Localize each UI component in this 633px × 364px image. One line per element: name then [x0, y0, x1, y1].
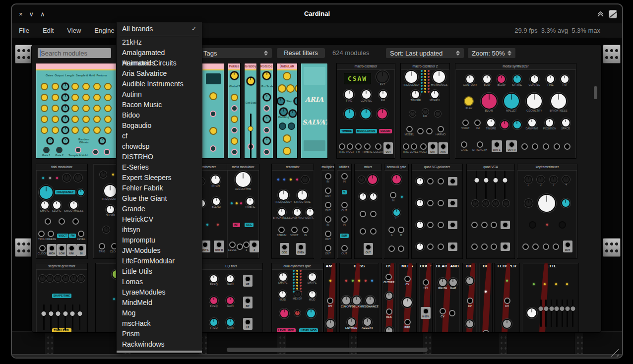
knob[interactable]: [263, 72, 270, 79]
module-n-ular[interactable]: ÛnÐuLaRX Step YPadding: [276, 63, 298, 159]
slider[interactable]: [485, 171, 487, 199]
button[interactable]: [464, 96, 474, 106]
knob[interactable]: [278, 98, 284, 104]
knob[interactable]: [392, 175, 401, 183]
button[interactable]: [41, 126, 48, 134]
jack[interactable]: [521, 143, 528, 150]
knob[interactable]: [345, 109, 354, 119]
rack-horizontal-scrollbar[interactable]: [227, 348, 428, 352]
jack[interactable]: [48, 231, 54, 237]
button[interactable]: [52, 116, 59, 123]
knob[interactable]: [309, 273, 316, 281]
jack[interactable]: [263, 105, 270, 112]
knob[interactable]: [107, 206, 114, 213]
title-bar[interactable]: × ∨ ∧ Cardinal: [12, 4, 622, 23]
slider[interactable]: [540, 300, 542, 327]
jack[interactable]: [325, 173, 331, 180]
jack-pad[interactable]: OUT: [383, 142, 393, 154]
brand-menu-item[interactable]: Amalgamated Harmonics: [117, 48, 202, 58]
sort-select[interactable]: Sort: Last updated: [386, 48, 464, 58]
jack[interactable]: [341, 173, 348, 180]
brand-menu-item[interactable]: 21kHz: [117, 37, 202, 48]
jack[interactable]: [370, 228, 377, 235]
knob[interactable]: [63, 138, 68, 143]
jack[interactable]: [104, 149, 110, 155]
knob[interactable]: [378, 109, 387, 119]
jack-pad[interactable]: HP: [243, 275, 253, 287]
brand-menu-item[interactable]: Audible Instruments: [117, 79, 202, 89]
button[interactable]: [71, 126, 79, 134]
button[interactable]: [104, 94, 112, 101]
button[interactable]: [71, 105, 79, 112]
jack-pad[interactable]: BP: [243, 297, 253, 308]
brand-menu-item[interactable]: Bidoo: [117, 110, 202, 121]
knob[interactable]: [279, 291, 286, 298]
brand-menu-item[interactable]: mscHack: [117, 318, 202, 329]
knob[interactable]: [466, 75, 474, 83]
jack-pad[interactable]: AUX: [439, 142, 448, 154]
button[interactable]: [283, 147, 291, 155]
module-eq-filter[interactable]: EQ filterFREQGAINHPFREQGAINBPFREQGAINLPH…: [199, 263, 263, 332]
knob[interactable]: [377, 71, 388, 82]
jack-pad[interactable]: 2: [250, 241, 259, 252]
jack[interactable]: [75, 147, 81, 153]
knob[interactable]: [417, 200, 423, 206]
knob[interactable]: [342, 297, 350, 304]
knob[interactable]: [63, 276, 68, 281]
knob[interactable]: [213, 198, 220, 205]
jack[interactable]: [438, 222, 444, 228]
jack[interactable]: [38, 231, 45, 237]
jack[interactable]: [390, 192, 396, 198]
knob[interactable]: [370, 193, 377, 200]
button[interactable]: [52, 126, 59, 134]
knob[interactable]: [433, 71, 445, 83]
knob[interactable]: [75, 175, 81, 181]
knob[interactable]: [423, 110, 428, 114]
jack[interactable]: [481, 222, 488, 228]
button[interactable]: [231, 94, 238, 101]
module-amp[interactable]: AMPCVIN: [323, 263, 337, 332]
knob[interactable]: [503, 320, 511, 328]
button[interactable]: [52, 94, 59, 101]
jack[interactable]: [360, 211, 366, 217]
slider[interactable]: [58, 304, 59, 330]
knob[interactable]: [210, 275, 217, 282]
menu-file[interactable]: File: [19, 27, 29, 34]
button[interactable]: [295, 84, 298, 93]
knob[interactable]: [551, 94, 566, 109]
jack[interactable]: [426, 128, 433, 134]
module-digi[interactable]: DIGICVANALOG: [462, 263, 477, 332]
knob[interactable]: [483, 201, 488, 206]
knob[interactable]: [295, 311, 300, 315]
jack-pad[interactable]: BI: [76, 244, 86, 256]
knob[interactable]: [417, 243, 423, 250]
slider[interactable]: [50, 304, 52, 330]
jack[interactable]: [263, 127, 270, 133]
module-modal-synthesizer[interactable]: modal synthesizerCONTOURBOWBLOWSTRIKECOA…: [455, 63, 576, 159]
button[interactable]: [104, 105, 112, 112]
jack[interactable]: [543, 143, 549, 150]
button[interactable]: [41, 105, 48, 112]
jack[interactable]: [278, 227, 285, 233]
jack[interactable]: [243, 242, 250, 248]
jack[interactable]: [532, 143, 538, 150]
button[interactable]: [104, 83, 112, 90]
button[interactable]: [41, 116, 48, 123]
brand-menu-item[interactable]: HetrickCV: [117, 214, 202, 225]
knob[interactable]: [562, 199, 570, 207]
jack-pad[interactable]: LP: [243, 318, 253, 330]
knob[interactable]: [63, 117, 68, 122]
knob[interactable]: [538, 195, 555, 212]
knob[interactable]: [345, 90, 353, 99]
button[interactable]: [279, 122, 286, 130]
knob[interactable]: [40, 186, 53, 199]
knob[interactable]: [63, 106, 68, 111]
module-pokies[interactable]: PokiesGlobal Trig: [228, 63, 241, 159]
slider[interactable]: [562, 300, 563, 327]
jack[interactable]: [398, 227, 404, 233]
knob[interactable]: [473, 201, 478, 206]
knob[interactable]: [403, 298, 412, 307]
jack[interactable]: [491, 243, 497, 250]
jack-pad[interactable]: LOW: [57, 244, 66, 256]
jack[interactable]: [471, 222, 478, 228]
